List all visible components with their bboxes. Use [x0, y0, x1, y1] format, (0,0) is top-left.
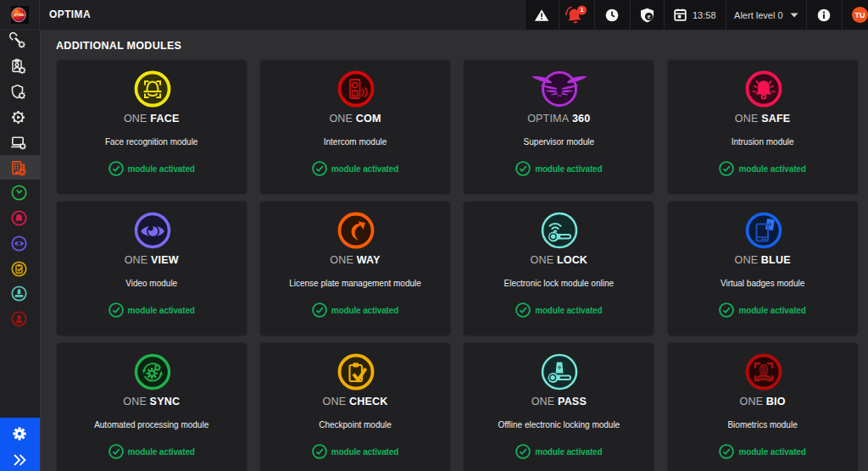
svg-text:e: e	[647, 13, 650, 20]
svg-text:1: 1	[581, 7, 584, 13]
svg-text:OPTIMA: OPTIMA	[13, 14, 23, 17]
